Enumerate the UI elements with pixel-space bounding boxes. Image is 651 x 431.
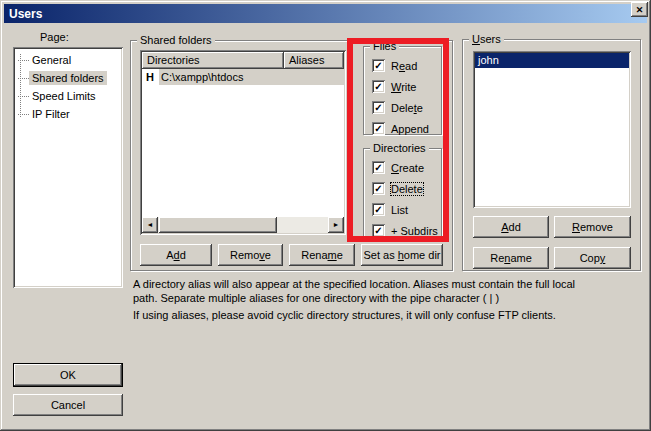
home-flag: H — [142, 69, 159, 85]
sidebar-item-label: IP Filter — [29, 107, 73, 121]
column-header-aliases[interactable]: Aliases — [284, 52, 344, 69]
tree-branch-icon — [18, 96, 29, 97]
check-icon: ✓ — [374, 123, 382, 134]
horizontal-scrollbar[interactable]: ◄ ► — [142, 217, 344, 233]
check-icon: ✓ — [374, 183, 382, 194]
close-icon: ✕ — [636, 5, 644, 15]
scroll-left-icon[interactable]: ◄ — [142, 217, 158, 233]
sidebar-item-general[interactable]: General — [18, 51, 120, 69]
column-header-directories[interactable]: Directories — [142, 52, 284, 69]
users-listbox[interactable]: john — [473, 51, 631, 208]
checkbox-checked-icon: ✓ — [372, 224, 385, 237]
list-header: Directories Aliases — [142, 52, 344, 69]
user-list-item[interactable]: john — [475, 53, 629, 68]
checkbox-dirs-delete[interactable]: ✓ Delete — [372, 182, 435, 195]
users-dialog: Users ✕ Page: General Shared folders Spe… — [0, 0, 651, 431]
set-as-home-dir-button[interactable]: Set as home dir — [361, 244, 443, 266]
checkbox-label: Read — [391, 60, 417, 72]
description-line: If using aliases, please avoid cyclic di… — [133, 308, 575, 322]
remove-user-button[interactable]: Remove — [554, 216, 631, 238]
tree-branch-icon — [18, 60, 29, 61]
sidebar-item-label: Shared folders — [29, 71, 107, 85]
add-user-button[interactable]: Add — [473, 216, 549, 238]
scrollbar-track[interactable] — [277, 217, 328, 233]
cancel-button[interactable]: Cancel — [13, 394, 123, 416]
description-line: A directory alias will also appear at th… — [133, 277, 575, 291]
checkbox-label: Delete — [391, 183, 423, 195]
sidebar-item-speed-limits[interactable]: Speed Limits — [18, 87, 120, 105]
scrollbar-thumb[interactable] — [159, 217, 277, 233]
directories-group-label: Directories — [370, 142, 429, 155]
alias-description: A directory alias will also appear at th… — [133, 277, 575, 322]
table-row[interactable]: H C:\xampp\htdocs — [142, 69, 344, 85]
files-group-label: Files — [370, 40, 399, 53]
checkbox-checked-icon: ✓ — [372, 182, 385, 195]
sidebar-item-label: General — [29, 53, 74, 67]
tree-branch-icon — [18, 78, 29, 79]
check-icon: ✓ — [374, 204, 382, 215]
sidebar-item-shared-folders[interactable]: Shared folders — [18, 69, 120, 87]
directory-cell: C:\xampp\htdocs — [159, 69, 344, 85]
rename-user-button[interactable]: Rename — [473, 247, 549, 269]
copy-user-button[interactable]: Copy — [554, 247, 631, 269]
checkbox-dirs-subdirs[interactable]: ✓ + Subdirs — [372, 224, 435, 237]
add-directory-button[interactable]: Add — [140, 244, 212, 266]
directories-permissions-group: Directories ✓ Create ✓ Delete ✓ List ✓ +… — [363, 148, 442, 237]
checkbox-label: List — [391, 204, 408, 216]
checkbox-label: Write — [391, 81, 416, 93]
checkbox-files-append[interactable]: ✓ Append — [372, 122, 435, 135]
checkbox-label: + Subdirs — [391, 225, 438, 237]
checkbox-checked-icon: ✓ — [372, 80, 385, 93]
title-bar[interactable]: Users — [4, 4, 647, 23]
page-label: Page: — [40, 31, 69, 43]
tree-branch-icon — [18, 114, 29, 115]
shared-folders-group-label: Shared folders — [137, 34, 215, 47]
description-line: path. Separate multiple aliases for one … — [133, 291, 575, 305]
checkbox-dirs-list[interactable]: ✓ List — [372, 203, 435, 216]
sidebar-item-ip-filter[interactable]: IP Filter — [18, 105, 120, 123]
checkbox-checked-icon: ✓ — [372, 122, 385, 135]
checkbox-files-read[interactable]: ✓ Read — [372, 59, 435, 72]
checkbox-dirs-create[interactable]: ✓ Create — [372, 161, 435, 174]
remove-directory-button[interactable]: Remove — [218, 244, 283, 266]
check-icon: ✓ — [374, 60, 382, 71]
checkbox-label: Delete — [391, 102, 423, 114]
files-permissions-group: Files ✓ Read ✓ Write ✓ Delete ✓ Append — [363, 46, 442, 135]
users-group: Users john Add Remove Rename Copy — [462, 39, 641, 271]
check-icon: ✓ — [374, 81, 382, 92]
checkbox-files-write[interactable]: ✓ Write — [372, 80, 435, 93]
close-button[interactable]: ✕ — [631, 2, 648, 17]
checkbox-checked-icon: ✓ — [372, 59, 385, 72]
window-title: Users — [9, 7, 42, 21]
sidebar-item-label: Speed Limits — [29, 89, 99, 103]
check-icon: ✓ — [374, 225, 382, 236]
check-icon: ✓ — [374, 102, 382, 113]
rename-directory-button[interactable]: Rename — [289, 244, 355, 266]
ok-button[interactable]: OK — [13, 363, 123, 387]
checkbox-files-delete[interactable]: ✓ Delete — [372, 101, 435, 114]
checkbox-checked-icon: ✓ — [372, 161, 385, 174]
page-tree: General Shared folders Speed Limits IP F… — [13, 47, 123, 288]
check-icon: ✓ — [374, 162, 382, 173]
checkbox-checked-icon: ✓ — [372, 203, 385, 216]
users-group-label: Users — [469, 33, 504, 46]
checkbox-label: Create — [391, 162, 424, 174]
shared-folders-list[interactable]: Directories Aliases H C:\xampp\htdocs ◄ … — [140, 50, 346, 235]
checkbox-label: Append — [391, 123, 429, 135]
checkbox-checked-icon: ✓ — [372, 101, 385, 114]
scroll-right-icon[interactable]: ► — [328, 217, 344, 233]
